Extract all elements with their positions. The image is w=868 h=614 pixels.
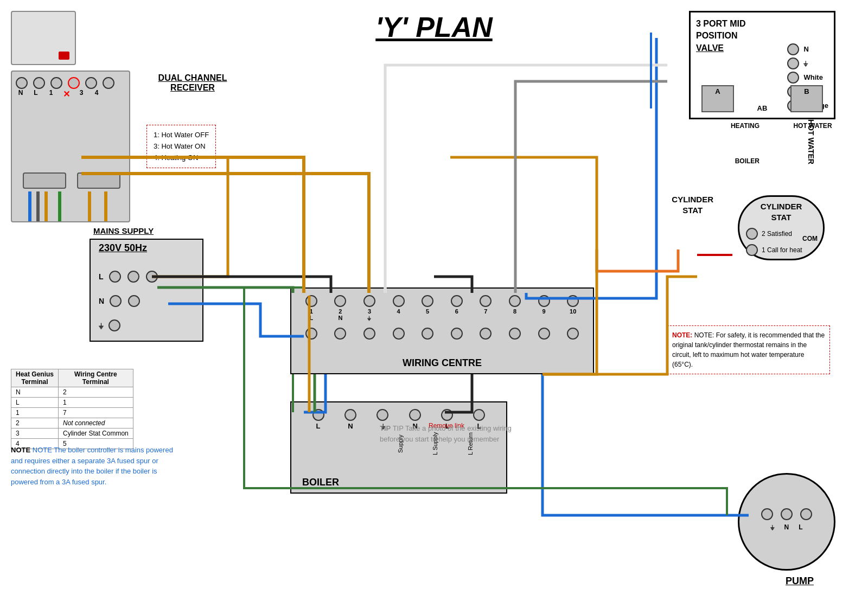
wiring-terminal-row2: [291, 321, 593, 341]
port-B-label: B: [792, 87, 822, 95]
cyl-screw1: [746, 244, 758, 256]
wiring-terminal-letters: L N ⏚: [291, 315, 593, 321]
wiring-terminal-numbers: 1 2 3 4 5 6 7 8 9 10: [291, 308, 593, 315]
boiler-label-valve: BOILER: [735, 157, 760, 165]
relay-1: [23, 172, 66, 189]
wc2-t4: [393, 328, 405, 340]
wire-black-recv: [36, 191, 40, 221]
wc-t2: [334, 295, 346, 307]
mains-N-label: N: [99, 297, 104, 305]
cylinder-term2: 2 Satisfied: [745, 227, 792, 241]
hot-water-label: HOT WATER: [791, 122, 834, 130]
wire-blue-valve: [526, 38, 656, 298]
hg-cell: 1: [59, 398, 133, 408]
wc2-t2: [334, 328, 346, 340]
wire-white-valve-stroke: [385, 65, 667, 293]
pump-lbl-earth: ⏚: [770, 523, 774, 531]
pump-lbl-L: L: [799, 523, 802, 531]
cylinder-term1: 1 Call for heat: [745, 243, 802, 257]
note-safety-text: NOTE: For safety, it is recommended that…: [672, 331, 825, 368]
tip-text: TIP TIP Take a photo of the existing wir…: [380, 423, 521, 444]
wc-n3: 3: [363, 308, 375, 315]
legend-line2: 3: Hot Water ON: [154, 141, 209, 152]
cyl-t1-label: 1 Call for heat: [762, 246, 802, 254]
table-row: 3Cylinder Stat Common: [11, 428, 133, 439]
thermostat-box: [11, 11, 76, 65]
wc-t4: [393, 295, 405, 307]
hg-cell: 3: [11, 428, 59, 439]
screw-earth-valve: [787, 57, 799, 69]
wc-l7: [480, 315, 492, 321]
wc-l9: [538, 315, 550, 321]
wire-brown3-recv: [104, 191, 107, 221]
terminal-3: [85, 77, 97, 89]
wc-n1: 1: [305, 308, 317, 315]
note-main-text: NOTE The boiler controller is mains powe…: [11, 446, 173, 486]
mains-voltage: 230V 50Hz: [99, 242, 147, 254]
heat-genius-table: Heat GeniusTerminal Wiring CentreTermina…: [11, 369, 133, 449]
port-A: A: [701, 85, 734, 112]
wc-l2: N: [334, 315, 346, 321]
wiring-terminal-row: [291, 289, 593, 308]
legend-line1: 1: Hot Water OFF: [154, 130, 209, 141]
boiler-t3: [376, 409, 388, 421]
mains-title: MAINS SUPPLY: [93, 226, 154, 235]
wire-blue-pump: [542, 374, 749, 515]
wc-l6: [451, 315, 463, 321]
mains-N-screw2: [128, 295, 140, 307]
note-strong: NOTE:: [672, 331, 692, 339]
pump-terminal-labels: ⏚ N L: [739, 523, 834, 531]
mains-L-screw2: [127, 271, 139, 283]
hg-cell: 7: [59, 408, 133, 418]
wc-l10: [567, 315, 579, 321]
wc2-t5: [422, 328, 433, 340]
pump-label: PUMP: [786, 575, 814, 587]
wc-l4: [393, 315, 405, 321]
wc-t7: [480, 295, 492, 307]
wire-orange-valve: [450, 157, 597, 250]
pump-N: [781, 508, 793, 520]
pump-circle: ⏚ N L: [738, 473, 835, 571]
cyl-screw2: [746, 228, 758, 240]
wc-n9: 9: [538, 308, 550, 315]
hg-th-terminal: Heat GeniusTerminal: [11, 369, 59, 387]
pump-earth: [761, 508, 773, 520]
mains-L-label: L: [99, 272, 104, 281]
wire-green-recv: [58, 191, 61, 221]
mains-earth-row: ⏚: [99, 318, 122, 332]
safety-note: NOTE: NOTE: For safety, it is recommende…: [667, 325, 830, 374]
wire-blue-recv: [28, 191, 31, 221]
table-row: N2: [11, 387, 133, 398]
screw-N-valve: [787, 43, 799, 55]
relay-2: [77, 172, 120, 189]
lbl-L: L: [30, 89, 42, 99]
boiler-terminal-row: [291, 402, 506, 422]
hg-th-wiring: Wiring CentreTerminal: [59, 369, 133, 387]
mains-N-row: N: [99, 294, 141, 308]
terminal-X: [68, 77, 80, 89]
pump-lbl-N: N: [784, 523, 789, 531]
note-main: NOTE NOTE The boiler controller is mains…: [11, 445, 179, 487]
wc-l8: [509, 315, 521, 321]
hg-cell: 2: [59, 387, 133, 398]
mains-earth-label: ⏚: [99, 321, 103, 330]
receiver-legend: 1: Hot Water OFF 3: Hot Water ON 4: Heat…: [146, 125, 216, 168]
wc-l1: L: [305, 315, 317, 321]
receiver-title: DUAL CHANNEL RECEIVER: [146, 73, 239, 93]
hg-cell: N: [11, 387, 59, 398]
wc-t6: [451, 295, 463, 307]
screw-white-valve: [787, 72, 799, 84]
wc2-t9: [538, 328, 550, 340]
wc-l5: [422, 315, 433, 321]
wc-n8: 8: [509, 308, 521, 315]
diagram: 'Y' PLAN N L 1 ✕ 3 4: [0, 0, 868, 614]
wiring-centre-label: WIRING CENTRE: [403, 357, 482, 369]
port-A-label: A: [703, 87, 733, 95]
wc2-t10: [567, 328, 579, 340]
boiler-box: L N ⏚ N L L Supply L Supply L Return BOI…: [290, 401, 507, 494]
hg-table-body: N2 L1 17 2Not connected 3Cylinder Stat C…: [11, 387, 133, 449]
boiler-t1: [312, 409, 324, 421]
wire-white-valve: [385, 65, 667, 293]
wc-t3: [363, 295, 375, 307]
hg-cell: 1: [11, 408, 59, 418]
